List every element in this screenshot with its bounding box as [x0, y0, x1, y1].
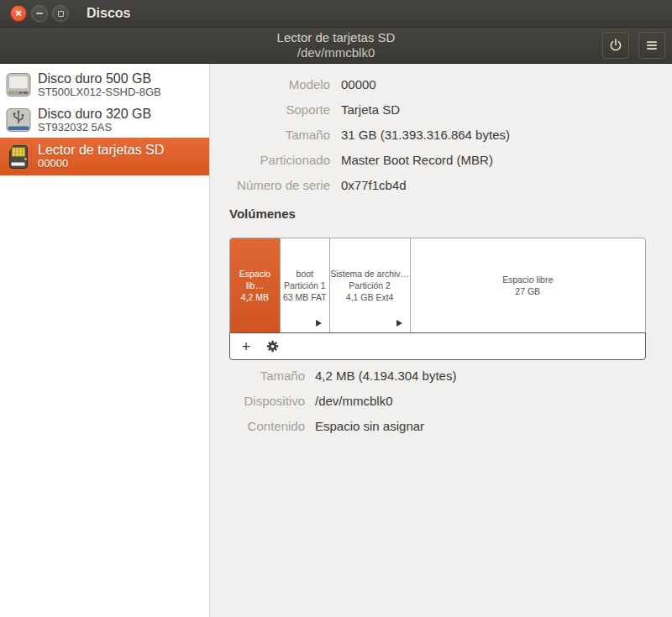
gear-icon	[266, 340, 279, 353]
detail-label: Contenido	[229, 417, 305, 435]
volume-segment-partition-2[interactable]: Sistema de archiv… Partición 2 4,1 GB Ex…	[330, 238, 411, 332]
minimize-icon	[36, 13, 43, 14]
volume-options-button[interactable]	[265, 339, 280, 354]
segment-line: 63 MB FAT	[283, 291, 327, 303]
headerbar: Lector de tarjetas SD /dev/mmcblk0	[0, 28, 672, 64]
close-button[interactable]: ×	[10, 5, 27, 22]
maximize-icon	[58, 11, 64, 17]
sidebar-item-disk-500[interactable]: Disco duro 500 GB ST500LX012-SSHD-8GB	[0, 67, 209, 102]
detail-value: 00000	[341, 76, 646, 93]
detail-label: Número de serie	[229, 176, 330, 194]
volumes-heading: Volúmenes	[229, 205, 646, 222]
segment-line: 27 GB	[515, 285, 540, 297]
detail-label: Modelo	[229, 76, 330, 93]
sidebar-item-sd-reader[interactable]: Lector de tarjetas SD 00000	[0, 138, 209, 175]
segment-line: Espacio lib…	[230, 268, 280, 291]
volume-segment-free-end[interactable]: Espacio libre 27 GB	[411, 238, 645, 332]
detail-label: Particionado	[229, 151, 330, 169]
detail-value: /dev/mmcblk0	[315, 392, 646, 410]
close-icon: ×	[15, 8, 22, 18]
device-subtitle: ST500LX012-SSHD-8GB	[38, 86, 161, 99]
partition-expand-arrow-icon[interactable]	[316, 320, 322, 327]
power-off-button[interactable]	[602, 32, 629, 59]
disk-details-grid: Modelo 00000 Soporte Tarjeta SD Tamaño 3…	[229, 76, 646, 194]
device-subtitle: 00000	[38, 158, 164, 170]
hamburger-menu-icon	[645, 39, 659, 52]
sidebar-item-disk-320[interactable]: Disco duro 320 GB ST932032 5AS	[0, 102, 209, 138]
disk-detail-pane: Modelo 00000 Soporte Tarjeta SD Tamaño 3…	[210, 64, 672, 617]
segment-line: Partición 2	[349, 280, 391, 291]
volume-toolbar: +	[229, 332, 646, 360]
header-titles: Lector de tarjetas SD /dev/mmcblk0	[0, 30, 672, 60]
maximize-button[interactable]	[52, 5, 69, 22]
power-icon	[609, 39, 622, 52]
partition-expand-arrow-icon[interactable]	[396, 320, 402, 327]
volume-segment-free-start[interactable]: Espacio lib… 4,2 MB	[230, 238, 281, 332]
hard-drive-icon	[5, 71, 32, 98]
sidebar-item-text: Lector de tarjetas SD 00000	[38, 143, 164, 170]
app-window: × Discos Lector de tarjetas SD /dev/mmcb…	[0, 0, 672, 617]
segment-line: Sistema de archiv…	[330, 268, 409, 280]
segment-line: Partición 1	[284, 280, 326, 291]
segment-line: 4,2 MB	[241, 291, 269, 303]
volume-segment-partition-1[interactable]: boot Partición 1 63 MB FAT	[281, 238, 330, 332]
segment-line: Espacio libre	[502, 274, 553, 285]
detail-label: Tamaño	[229, 367, 305, 384]
detail-label: Soporte	[229, 101, 330, 118]
segment-line: boot	[297, 268, 313, 280]
titlebar: × Discos	[0, 0, 672, 28]
device-title: Disco duro 320 GB	[38, 107, 151, 122]
plus-icon: +	[242, 339, 251, 354]
window-title: Discos	[87, 6, 130, 21]
detail-value: 4,2 MB (4.194.304 bytes)	[315, 367, 646, 384]
minimize-button[interactable]	[31, 5, 48, 22]
sidebar-item-text: Disco duro 500 GB ST500LX012-SSHD-8GB	[38, 71, 161, 98]
header-title: Lector de tarjetas SD	[0, 30, 672, 45]
sd-card-icon	[5, 144, 32, 170]
detail-value: Espacio sin asignar	[315, 417, 646, 435]
detail-label: Dispositivo	[229, 392, 305, 410]
detail-label: Tamaño	[229, 126, 330, 144]
device-subtitle: ST932032 5AS	[38, 122, 151, 134]
usb-drive-icon	[5, 107, 32, 133]
device-list: Disco duro 500 GB ST500LX012-SSHD-8GB	[0, 64, 210, 617]
header-subtitle: /dev/mmcblk0	[0, 45, 672, 60]
device-title: Lector de tarjetas SD	[38, 143, 164, 158]
menu-button[interactable]	[638, 32, 665, 59]
selection-details-grid: Tamaño 4,2 MB (4.194.304 bytes) Disposit…	[229, 367, 646, 435]
segment-line: 4,1 GB Ext4	[346, 291, 394, 303]
create-partition-button[interactable]: +	[239, 339, 254, 354]
device-title: Disco duro 500 GB	[38, 71, 161, 86]
detail-value: 0x77f1cb4d	[341, 176, 646, 194]
sidebar-item-text: Disco duro 320 GB ST932032 5AS	[38, 107, 151, 133]
detail-value: Master Boot Record (MBR)	[341, 151, 646, 169]
detail-value: Tarjeta SD	[341, 101, 646, 118]
volume-grid: Espacio lib… 4,2 MB boot Partición 1 63 …	[229, 238, 646, 333]
detail-value: 31 GB (31.393.316.864 bytes)	[341, 126, 646, 144]
